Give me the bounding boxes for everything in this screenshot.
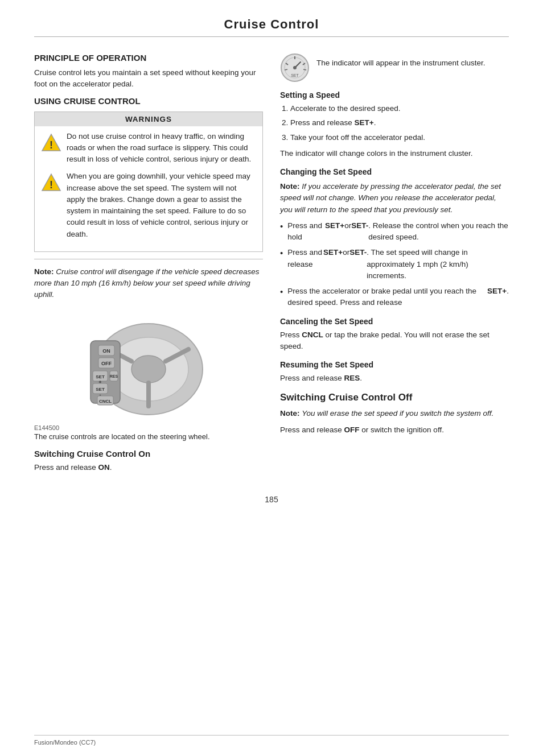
warning-item-2: ! When you are going downhill, your vehi… xyxy=(35,171,262,240)
svg-point-33 xyxy=(293,66,297,69)
svg-text:CNCL: CNCL xyxy=(99,399,112,404)
svg-line-30 xyxy=(285,69,287,70)
svg-point-6 xyxy=(131,356,166,383)
steering-wheel-diagram: ON OFF SET + RES SET - xyxy=(34,307,263,422)
changing-header: Changing the Set Speed xyxy=(280,167,509,176)
svg-text:!: ! xyxy=(50,139,53,151)
two-col-layout: PRINCIPLE OF OPERATION Cruise control le… xyxy=(34,47,509,478)
warning-triangle-icon-1: ! xyxy=(40,132,62,154)
setting-step-2: Press and release SET+. xyxy=(290,117,509,129)
svg-text:!: ! xyxy=(50,179,53,191)
canceling-text: Press CNCL or tap the brake pedal. You w… xyxy=(280,329,509,353)
setting-speed-header: Setting a Speed xyxy=(280,90,509,100)
page-wrapper: Cruise Control PRINCIPLE OF OPERATION Cr… xyxy=(0,0,543,756)
indicator-text: The indicator will appear in the instrum… xyxy=(316,53,485,69)
warnings-box: WARNINGS ! Do not use cruise control in … xyxy=(34,111,263,252)
switching-on-text: Press and release ON. xyxy=(34,462,263,473)
footer-rule xyxy=(34,735,509,736)
switching-off-text: Press and release OFF or switch the igni… xyxy=(280,424,509,436)
setting-speed-note: The indicator will change colors in the … xyxy=(280,148,509,159)
indicator-row: SET The indicator will appear in the ins… xyxy=(280,53,509,82)
page-number: 185 xyxy=(34,495,509,504)
setting-speed-list: Accelerate to the desired speed. Press a… xyxy=(290,103,509,143)
warning-item-1: ! Do not use cruise control in heavy tra… xyxy=(35,131,262,166)
warnings-title: WARNINGS xyxy=(35,112,262,126)
switching-off-note: Note: You will erase the set speed if yo… xyxy=(280,408,509,419)
svg-text:SET: SET xyxy=(291,73,299,77)
warning-triangle-icon-2: ! xyxy=(40,172,62,193)
svg-text:OFF: OFF xyxy=(101,361,112,366)
divider-1 xyxy=(34,259,263,259)
changing-bullets: Press and hold SET+ or SET-. Release the… xyxy=(280,220,509,309)
steering-wheel-svg: ON OFF SET + RES SET - xyxy=(86,307,211,420)
svg-line-29 xyxy=(303,69,306,70)
resuming-text: Press and release RES. xyxy=(280,373,509,384)
svg-text:SET: SET xyxy=(96,374,105,379)
principle-section: PRINCIPLE OF OPERATION Cruise control le… xyxy=(34,53,263,90)
warning-text-1: Do not use cruise control in heavy traff… xyxy=(67,131,257,166)
using-section: USING CRUISE CONTROL WARNINGS ! xyxy=(34,96,263,473)
changing-note: Note: If you accelerate by pressing the … xyxy=(280,181,509,216)
canceling-header: Canceling the Set Speed xyxy=(280,317,509,326)
switching-off-header: Switching Cruise Control Off xyxy=(280,392,509,403)
changing-bullet-2: Press and release SET+ or SET-. The set … xyxy=(280,247,509,282)
principle-header: PRINCIPLE OF OPERATION xyxy=(34,53,263,63)
note-disengage: Note: Cruise control will disengage if t… xyxy=(34,266,263,301)
diagram-label: E144500 xyxy=(34,424,263,431)
setting-step-3: Take your foot off the accelerator pedal… xyxy=(290,132,509,143)
switching-on-header: Switching Cruise Control On xyxy=(34,449,263,458)
setting-step-1: Accelerate to the desired speed. xyxy=(290,103,509,114)
changing-bullet-1: Press and hold SET+ or SET-. Release the… xyxy=(280,220,509,243)
footer-label: Fusion/Mondeo (CC7) xyxy=(34,739,96,746)
diagram-caption: The cruise controls are located on the s… xyxy=(34,432,263,441)
speedometer-svg: SET xyxy=(280,53,310,82)
warning-text-2: When you are going downhill, your vehicl… xyxy=(67,171,257,240)
speedometer-icon: SET xyxy=(280,53,310,82)
svg-text:RES: RES xyxy=(110,374,118,378)
svg-text:SET: SET xyxy=(96,387,105,392)
resuming-header: Resuming the Set Speed xyxy=(280,360,509,369)
page-title: Cruise Control xyxy=(34,17,509,37)
principle-body: Cruise control lets you maintain a set s… xyxy=(34,67,263,90)
using-header: USING CRUISE CONTROL xyxy=(34,96,263,106)
right-column: SET The indicator will appear in the ins… xyxy=(280,47,509,478)
left-column: PRINCIPLE OF OPERATION Cruise control le… xyxy=(34,47,263,478)
svg-text:ON: ON xyxy=(102,348,110,354)
changing-bullet-3: Press the accelerator or brake pedal unt… xyxy=(280,286,509,309)
